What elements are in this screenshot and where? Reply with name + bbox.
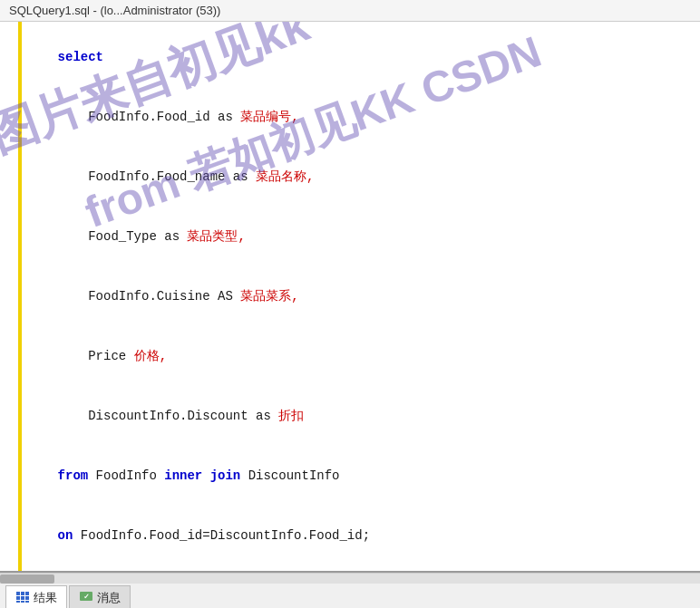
sql-line-9: on FoodInfo.Food_id=DiscountInfo.Food_id… (27, 506, 691, 565)
svg-rect-8 (25, 601, 29, 603)
sql-line-3: FoodInfo.Food_name as 菜品名称, (27, 147, 691, 207)
svg-rect-2 (25, 592, 29, 595)
message-icon: ✓ (79, 591, 93, 606)
svg-rect-5 (25, 596, 29, 600)
svg-rect-0 (16, 592, 20, 595)
tab-results[interactable]: 结果 (5, 585, 67, 608)
sql-editor[interactable]: 图片来自初见kk from 若如初见KK CSDN select FoodInf… (0, 22, 700, 573)
sql-line-8: from FoodInfo inner join DiscountInfo (27, 446, 691, 506)
sql-line-1: select (27, 27, 691, 87)
tab-results-label: 结果 (34, 590, 57, 606)
svg-text:✓: ✓ (83, 593, 90, 601)
tab-messages[interactable]: ✓ 消息 (69, 585, 131, 608)
sql-line-5: FoodInfo.Cuisine AS 菜品菜系, (27, 266, 691, 326)
svg-rect-4 (21, 596, 24, 600)
editor-horizontal-scrollbar[interactable] (0, 573, 700, 584)
sql-line-2: FoodInfo.Food_id as 菜品编号, (27, 87, 691, 147)
svg-rect-3 (16, 596, 20, 600)
svg-rect-7 (21, 601, 24, 603)
results-tabs: 结果 ✓ 消息 (0, 584, 700, 608)
svg-rect-6 (16, 601, 20, 603)
sql-line-4: Food_Type as 菜品类型, (27, 207, 691, 266)
yellow-indicator (18, 22, 22, 571)
scrollbar-thumb[interactable] (0, 574, 54, 584)
sql-line-7: DiscountInfo.Discount as 折扣 (27, 386, 691, 446)
title-bar: SQLQuery1.sql - (lo...Administrator (53)… (0, 0, 700, 22)
title-text: SQLQuery1.sql - (lo...Administrator (53)… (9, 4, 220, 17)
tab-messages-label: 消息 (97, 590, 121, 606)
sql-line-6: Price 价格, (27, 326, 691, 386)
grid-icon (15, 591, 30, 606)
svg-rect-1 (21, 592, 24, 595)
